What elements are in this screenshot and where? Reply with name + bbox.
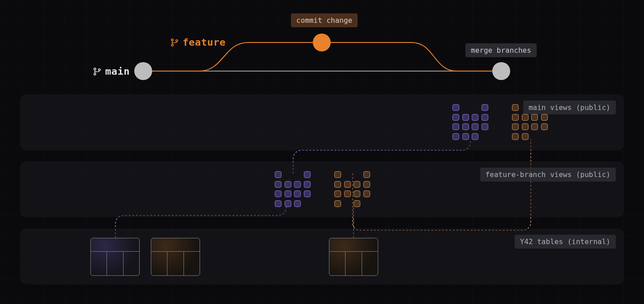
- main-views-orange-cluster: [512, 104, 548, 140]
- table-purple: [90, 238, 140, 276]
- main-start-commit: [134, 62, 152, 80]
- main-merge-commit: [492, 62, 510, 80]
- feature-views-label: feature-branch views (public): [480, 168, 616, 182]
- feature-views-panel: feature-branch views (public): [20, 161, 624, 217]
- feature-views-orange-cluster: [334, 171, 370, 207]
- svg-point-6: [94, 73, 96, 75]
- git-branch-icon: [93, 67, 102, 76]
- tables-label: Y42 tables (internal): [515, 235, 616, 249]
- svg-point-3: [171, 44, 173, 46]
- svg-point-7: [98, 68, 100, 70]
- feature-views-purple-cluster: [275, 171, 311, 207]
- main-branch-label: main: [93, 66, 130, 77]
- feature-branch-label: feature: [170, 37, 226, 48]
- main-views-purple-cluster: [452, 104, 488, 140]
- feature-commit: [313, 34, 331, 51]
- table-orange-1: [151, 238, 200, 276]
- svg-point-5: [94, 68, 96, 70]
- table-orange-2: [329, 238, 378, 276]
- svg-point-4: [176, 39, 178, 41]
- commit-change-badge: commit change: [291, 13, 358, 27]
- git-branch-icon: [170, 38, 179, 47]
- svg-point-2: [171, 39, 173, 41]
- feature-branch-text: feature: [183, 37, 226, 48]
- main-branch-text: main: [105, 66, 130, 77]
- merge-branches-badge: merge branches: [465, 43, 537, 57]
